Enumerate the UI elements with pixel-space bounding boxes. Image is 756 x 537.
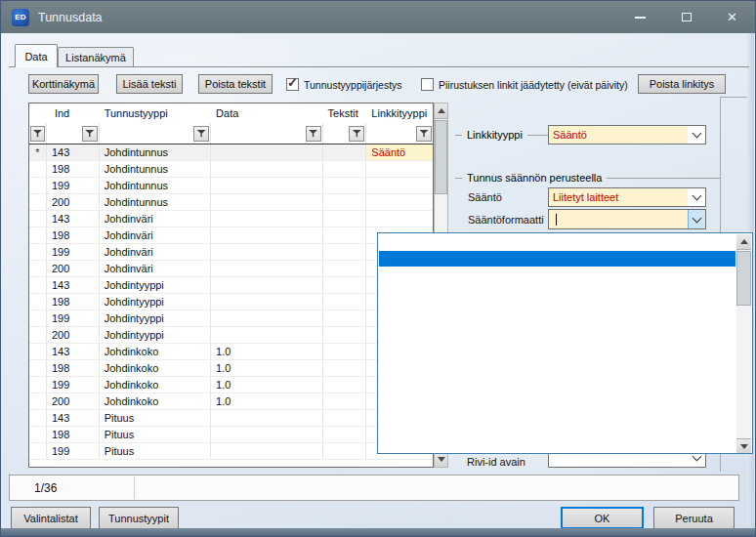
dropdown-item[interactable]: <pinA> = laitteen <devA> kosketintunnus bbox=[379, 392, 735, 407]
dropdown-item[interactable]: <pinA><devA>-<pinZ><devZ>( esim. 2H8-3X1… bbox=[379, 329, 735, 345]
cancel-button[interactable]: Peruuta bbox=[653, 507, 735, 529]
cell-tekstit[interactable] bbox=[323, 161, 367, 177]
filter-button-linkkityyppi[interactable] bbox=[416, 126, 432, 142]
cell-tekstit[interactable] bbox=[323, 294, 367, 310]
cell-ind[interactable]: 143 bbox=[47, 145, 100, 160]
ok-button[interactable]: OK bbox=[561, 507, 644, 529]
cell-linkkityyppi[interactable] bbox=[366, 211, 433, 227]
cell-tekstit[interactable] bbox=[323, 310, 367, 326]
cell-tekstit[interactable] bbox=[323, 344, 367, 359]
cell-ind[interactable]: 198 bbox=[47, 427, 100, 442]
cell-data[interactable] bbox=[211, 294, 322, 310]
cell-tunnustyyppi[interactable]: Johdintunnus bbox=[100, 178, 211, 193]
filter-button[interactable] bbox=[30, 126, 45, 142]
cell-linkkityyppi[interactable]: Sääntö bbox=[366, 145, 433, 160]
cell-tunnustyyppi[interactable]: Johdinkoko bbox=[100, 344, 211, 359]
cell-tunnustyyppi[interactable]: Johdintyyppi bbox=[100, 294, 211, 310]
cell-ind[interactable]: 198 bbox=[47, 161, 100, 177]
cell-ind[interactable]: 143 bbox=[47, 344, 100, 359]
table-row[interactable]: 198 Johdintyyppi bbox=[29, 294, 433, 310]
cell-ind[interactable]: 200 bbox=[47, 261, 100, 276]
filter-button-tekstit[interactable] bbox=[349, 126, 364, 142]
table-row[interactable]: 199 Pituus bbox=[29, 443, 433, 460]
rule-combobox[interactable]: Liitetyt laitteet bbox=[548, 187, 706, 207]
tab-data[interactable]: Data bbox=[15, 44, 58, 67]
cell-ind[interactable]: 199 bbox=[47, 443, 100, 459]
cell-data[interactable] bbox=[211, 145, 322, 160]
table-row[interactable]: * 143 Johdintunnus Sääntö bbox=[29, 145, 433, 161]
cell-ind[interactable]: 199 bbox=[47, 244, 100, 260]
cell-ind[interactable]: 143 bbox=[47, 277, 100, 293]
column-header-tekstit[interactable]: Tekstit bbox=[323, 103, 367, 123]
cell-tekstit[interactable] bbox=[323, 377, 367, 392]
cell-tunnustyyppi[interactable]: Johdintyyppi bbox=[100, 327, 211, 343]
card-view-button[interactable]: Korttinäkymä bbox=[28, 74, 99, 94]
table-row[interactable]: 199 Johdintyyppi bbox=[29, 310, 433, 327]
table-row[interactable]: 200 Johdinkoko 1.0 bbox=[29, 393, 433, 410]
combo-dropdown-button[interactable] bbox=[688, 188, 705, 206]
cell-ind[interactable]: 143 bbox=[47, 211, 100, 227]
dropdown-item[interactable]: <pinA>:<devA>-<pinZ>:<devZ>( esim. 2:H8-… bbox=[379, 298, 735, 313]
dropdown-item[interactable] bbox=[379, 235, 735, 251]
scrollbar-thumb[interactable] bbox=[435, 120, 447, 194]
cell-tunnustyyppi[interactable]: Johdinväri bbox=[100, 244, 211, 260]
table-row[interactable]: 199 Johdinväri bbox=[29, 244, 433, 261]
cell-data[interactable] bbox=[211, 277, 322, 293]
rule-format-combobox[interactable] bbox=[548, 209, 706, 229]
cell-ind[interactable]: 199 bbox=[47, 178, 100, 193]
cell-tunnustyyppi[interactable]: Johdinkoko bbox=[100, 393, 211, 409]
cell-tunnustyyppi[interactable]: Johdintyyppi bbox=[100, 310, 211, 326]
cell-ind[interactable]: 143 bbox=[47, 410, 100, 426]
cell-data[interactable] bbox=[211, 227, 322, 243]
cell-data[interactable] bbox=[211, 161, 322, 177]
order-checkbox[interactable]: ✓ bbox=[286, 78, 299, 91]
cell-tunnustyyppi[interactable]: Johdintunnus bbox=[100, 161, 211, 177]
cell-tekstit[interactable] bbox=[323, 145, 367, 160]
cell-ind[interactable]: 200 bbox=[47, 393, 100, 409]
cell-tekstit[interactable] bbox=[323, 261, 367, 276]
cell-data[interactable] bbox=[211, 178, 322, 193]
cell-tekstit[interactable] bbox=[323, 178, 367, 193]
cell-tekstit[interactable] bbox=[323, 277, 367, 293]
table-row[interactable]: 198 Johdinkoko 1.0 bbox=[29, 360, 433, 377]
filter-button-ind[interactable] bbox=[82, 126, 98, 142]
cell-tekstit[interactable] bbox=[323, 443, 367, 459]
cell-tunnustyyppi[interactable]: Pituus bbox=[100, 410, 211, 426]
table-row[interactable]: 143 Johdinväri bbox=[29, 211, 433, 227]
cell-tunnustyyppi[interactable]: Johdinväri bbox=[100, 261, 211, 276]
cell-tunnustyyppi[interactable]: Johdinväri bbox=[100, 227, 211, 243]
cell-tekstit[interactable] bbox=[323, 244, 367, 260]
cell-tekstit[interactable] bbox=[323, 427, 367, 442]
id-types-button[interactable]: Tunnustyypit bbox=[99, 507, 179, 529]
remove-link-button[interactable]: Poista linkitys bbox=[638, 74, 726, 94]
table-row[interactable]: 198 Johdintunnus bbox=[29, 161, 433, 178]
combo-dropdown-button[interactable] bbox=[688, 126, 705, 144]
table-row[interactable]: 143 Johdinkoko 1.0 bbox=[29, 344, 433, 360]
frozen-links-checkbox[interactable] bbox=[421, 78, 434, 91]
cell-tekstit[interactable] bbox=[323, 360, 367, 376]
cell-tekstit[interactable] bbox=[323, 393, 367, 409]
minimize-button[interactable] bbox=[617, 1, 663, 33]
dropdown-item[interactable]: <devA> = aakkosnumeerisesti ensimmäinen bbox=[379, 360, 735, 376]
cell-tunnustyyppi[interactable]: Johdintunnus bbox=[100, 194, 211, 210]
dropdown-item[interactable]: <pinA>/<devA>-<pinZ>/<devZ>( esim. 2/H8-… bbox=[379, 313, 735, 329]
cell-ind[interactable]: 198 bbox=[47, 294, 100, 310]
maximize-button[interactable] bbox=[663, 1, 709, 33]
dropdown-item[interactable]: <cavA> = laitteen <devA> kytkentätunnus bbox=[379, 423, 735, 438]
table-row[interactable]: 200 Johdintunnus bbox=[29, 194, 433, 211]
cell-tunnustyyppi[interactable]: Pituus bbox=[100, 443, 211, 459]
cell-ind[interactable]: 198 bbox=[47, 360, 100, 376]
table-row[interactable]: 200 Johdinväri bbox=[29, 261, 433, 277]
cell-data[interactable] bbox=[211, 261, 322, 276]
cell-tekstit[interactable] bbox=[323, 327, 367, 343]
tab-listanakyma[interactable]: Listanäkymä bbox=[58, 47, 134, 67]
dropdown-item[interactable]: <devA>:<pinA>-<devZ>:<pinZ>( esim. H8:2-… bbox=[379, 251, 735, 267]
dropdown-item[interactable]: <devA>/<pinA>-<devZ>/<pinZ>( esim. H8/2-… bbox=[379, 267, 735, 282]
cell-data[interactable] bbox=[211, 310, 322, 326]
cell-tunnustyyppi[interactable]: Johdintyyppi bbox=[100, 277, 211, 293]
scroll-up-button[interactable] bbox=[736, 234, 751, 250]
cell-ind[interactable]: 200 bbox=[47, 327, 100, 343]
cell-data[interactable] bbox=[211, 410, 322, 426]
table-row[interactable]: 143 Johdintyyppi bbox=[29, 277, 433, 294]
cell-data[interactable] bbox=[211, 443, 322, 459]
